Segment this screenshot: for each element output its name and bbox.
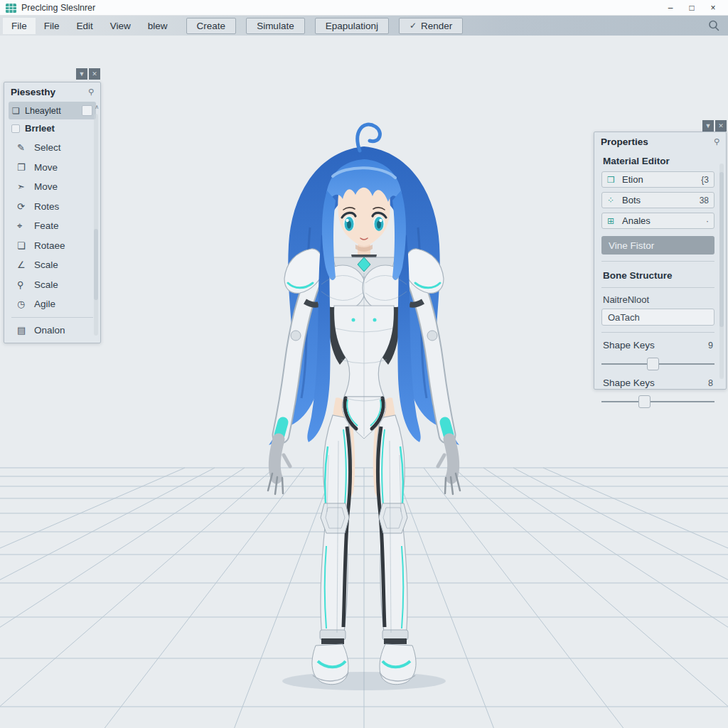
layers-icon: ❏ (12, 106, 25, 116)
render-button-label: Render (421, 21, 452, 31)
divider (601, 332, 714, 333)
right-panel-collapse-button[interactable]: ▼ (702, 120, 714, 132)
leg-right (376, 415, 416, 685)
tool-select-label: Select (34, 142, 61, 153)
pin-icon[interactable]: ⚲ (714, 137, 719, 146)
bone-structure-heading: Bone Structure (603, 270, 714, 281)
left-panel-window-buttons: ▼ ✕ (76, 68, 100, 80)
menu-edit[interactable]: Edit (68, 18, 102, 34)
maximize-button[interactable]: □ (681, 1, 702, 15)
simulate-button-label: Simulate (257, 21, 294, 31)
folder-icon: ▤ (17, 325, 34, 336)
tools-panel: Piesesthy ⚲ ❏ Lheaylett Brrleet ✎ Select… (4, 82, 101, 343)
layer-item-2[interactable]: Brrleet (4, 119, 100, 135)
shape-keys-1-slider[interactable] (601, 358, 714, 370)
nodes-icon: ⁘ (607, 196, 622, 205)
render-button[interactable]: ✓ Render (399, 18, 463, 34)
clock-icon: ◷ (17, 299, 34, 309)
frame-icon: ❏ (17, 240, 34, 251)
checkmark-icon: ✓ (410, 21, 417, 31)
select-icon: ✎ (17, 142, 34, 153)
create-button-label: Create (197, 21, 226, 31)
right-panel-scrollbar[interactable] (719, 164, 724, 379)
tool-agile-label: Agile (34, 299, 55, 309)
tool-move-2-label: Move (34, 181, 58, 192)
prop-anales-value: · (706, 216, 709, 226)
layer-2-checkbox[interactable] (11, 124, 20, 133)
naitrenloot-input[interactable] (601, 309, 714, 326)
material-editor-heading: Material Editor (603, 156, 714, 166)
pencil-icon: ∠ (17, 259, 34, 270)
tool-agile[interactable]: ◷ Agile (4, 294, 100, 314)
prop-row-anales[interactable]: ⊞ Anales · (601, 213, 714, 229)
divider (601, 261, 714, 262)
target-icon: ⌖ (17, 220, 34, 232)
shape-keys-2-slider[interactable] (601, 395, 714, 408)
prop-etion-label: Etion (622, 174, 701, 185)
tool-scale-2[interactable]: ⚲ Scale (4, 275, 100, 295)
tool-rotes[interactable]: ⟳ Rotes (4, 197, 100, 217)
tool-rotes-label: Rotes (34, 201, 59, 212)
menubar: File File Edit View blew Create Simulate… (0, 16, 728, 36)
properties-panel-title: Properties (601, 136, 648, 147)
wrench-icon: ⚲ (17, 279, 34, 290)
simulate-button[interactable]: Simulate (246, 18, 305, 34)
move-icon: ❐ (17, 162, 34, 173)
tool-onalon-label: Onalon (34, 325, 65, 336)
right-panel-close-button[interactable]: ✕ (715, 120, 727, 132)
tools-panel-title: Piesesthy (11, 87, 55, 97)
window-title: Preclcing Sleslnrer (21, 3, 95, 13)
menu-file-2[interactable]: File (36, 18, 68, 34)
divider (601, 287, 714, 288)
menu-blew[interactable]: blew (139, 18, 176, 34)
tool-move-2[interactable]: ➣ Move (4, 177, 100, 197)
layer-2-label: Brrleet (25, 123, 55, 134)
naitrenloot-label: NaitreNloot (603, 294, 714, 305)
leg-left (312, 415, 352, 685)
prop-anales-label: Anales (622, 215, 706, 226)
vine-fistor-selected-button[interactable]: Vine Fistor (601, 236, 714, 255)
cursor-icon: ➣ (17, 181, 34, 192)
model-shadow (282, 672, 446, 690)
titlebar: Preclcing Sleslnrer – □ × (0, 0, 728, 16)
prop-row-etion[interactable]: ❒ Etion {3 (601, 171, 714, 188)
properties-panel-body: Material Editor ❒ Etion {3 ⁘ Bots 38 ⊞ A… (594, 150, 726, 408)
shape-keys-2-label: Shape Keys (603, 378, 655, 388)
left-panel-close-button[interactable]: ✕ (89, 68, 100, 80)
scroll-up-icon[interactable]: ∧ (95, 104, 99, 110)
layer-visibility-checkbox[interactable] (82, 105, 92, 116)
viewport-3d[interactable]: ▼ ✕ Piesesthy ⚲ ❏ Lheaylett Brrleet ✎ Se… (0, 36, 728, 728)
prop-row-bots[interactable]: ⁘ Bots 38 (601, 192, 714, 208)
tool-rotaee[interactable]: ❏ Rotaee (4, 236, 100, 256)
minimize-button[interactable]: – (660, 1, 681, 15)
epapulationj-button[interactable]: Epapulationj (315, 18, 389, 34)
app-window: Preclcing Sleslnrer – □ × File File Edit… (0, 0, 728, 728)
grid-icon: ⊞ (607, 216, 622, 226)
search-icon[interactable] (707, 18, 721, 33)
material-icon: ❒ (607, 175, 622, 185)
tools-panel-header: Piesesthy ⚲ (4, 82, 100, 100)
layer-item-selected[interactable]: ❏ Lheaylett (9, 102, 96, 119)
shape-keys-1-slider-thumb[interactable] (647, 358, 659, 370)
pin-icon[interactable]: ⚲ (88, 87, 94, 97)
shape-keys-group-1: Shape Keys 9 (601, 340, 714, 370)
window-controls: – □ × (660, 1, 724, 15)
tool-select[interactable]: ✎ Select (4, 138, 100, 158)
tool-scale-1[interactable]: ∠ Scale (4, 255, 100, 275)
shape-keys-2-slider-thumb[interactable] (638, 395, 651, 408)
create-button[interactable]: Create (186, 18, 237, 34)
tool-feate[interactable]: ⌖ Feate (4, 216, 100, 236)
tool-onalon[interactable]: ▤ Onalon (4, 321, 100, 341)
tool-move-1[interactable]: ❐ Move (4, 158, 100, 178)
menu-file-1[interactable]: File (3, 18, 36, 34)
rotate-icon: ⟳ (17, 201, 34, 212)
prop-bots-value: 38 (700, 196, 709, 205)
right-panel-window-buttons: ▼ ✕ (702, 120, 727, 132)
menu-view[interactable]: View (102, 18, 139, 34)
shape-keys-1-label: Shape Keys (603, 340, 655, 350)
properties-panel-header: Properties ⚲ (594, 132, 726, 150)
left-panel-scrollbar[interactable] (94, 114, 98, 336)
properties-panel: Properties ⚲ Material Editor ❒ Etion {3 … (594, 132, 727, 390)
close-button[interactable]: × (702, 1, 724, 15)
left-panel-collapse-button[interactable]: ▼ (76, 68, 87, 80)
